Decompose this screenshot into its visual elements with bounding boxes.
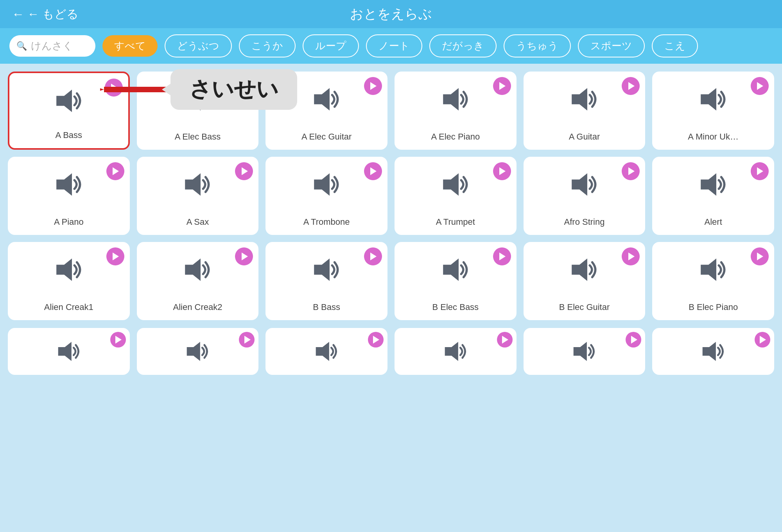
play-button-a-sax[interactable] [235,162,253,180]
sound-card-a-piano[interactable]: A Piano [8,157,130,235]
speaker-icon [440,171,471,198]
filter-all[interactable]: すべて [102,35,158,57]
play-button-a-elec-piano[interactable] [493,77,511,95]
search-box[interactable]: 🔍 けんさく [9,35,95,57]
svg-marker-16 [314,258,330,281]
speaker-icon [53,256,84,283]
filter-bar: 🔍 けんさく すべて どうぶつ こうか ループ ノート だがっき うちゅう スポ… [0,28,782,64]
sound-label-a-trumpet: A Trumpet [436,217,475,227]
speaker-icon [184,340,211,363]
sound-label-a-sax: A Sax [187,217,209,227]
svg-marker-2 [56,90,72,112]
play-button-alert[interactable] [751,162,769,180]
play-button-partial-6[interactable] [755,332,770,348]
partial-card-4[interactable] [395,328,517,375]
sound-card-a-guitar[interactable]: A Guitar [524,72,646,150]
speaker-icon [53,87,84,115]
sound-card-a-elec-piano[interactable]: A Elec Piano [395,72,517,150]
back-button[interactable]: ← ← もどる [12,6,79,22]
sound-card-afro-string[interactable]: Afro String [524,157,646,235]
play-button-partial-5[interactable] [626,332,641,348]
svg-marker-25 [703,342,716,361]
svg-marker-20 [58,342,72,361]
speaker-icon [440,256,471,283]
svg-marker-7 [701,88,716,110]
play-button-partial-1[interactable] [110,332,126,348]
svg-marker-8 [56,173,72,195]
svg-marker-23 [445,342,458,361]
sound-label-b-elec-piano: B Elec Piano [689,302,738,312]
speaker-icon [55,340,83,363]
sound-card-b-elec-bass[interactable]: B Elec Bass [395,242,517,320]
sound-card-a-minor-uk[interactable]: A Minor Uk… [652,72,774,150]
partial-card-2[interactable] [137,328,259,375]
play-button-a-elec-guitar[interactable] [364,77,382,95]
speaker-icon [440,86,471,113]
play-button-partial-2[interactable] [239,332,255,348]
partial-card-1[interactable] [8,328,130,375]
svg-marker-19 [701,258,716,281]
back-label: ← もどる [27,6,79,22]
svg-marker-14 [56,258,72,281]
filter-effects[interactable]: こうか [239,34,296,57]
sound-label-alien-creak2: Alien Creak2 [173,302,222,312]
sound-card-a-trombone[interactable]: A Trombone [265,157,387,235]
play-button-a-trumpet[interactable] [493,162,511,180]
sound-card-alien-creak2[interactable]: Alien Creak2 [137,242,259,320]
speaker-icon [699,340,727,363]
filter-sports[interactable]: スポーツ [578,34,645,57]
sound-label-a-minor-uk: A Minor Uk… [688,132,739,142]
play-button-alien-creak2[interactable] [235,247,253,265]
partial-card-6[interactable] [652,328,774,375]
filter-space[interactable]: うちゅう [504,34,571,57]
play-button-afro-string[interactable] [622,162,640,180]
partial-card-5[interactable] [524,328,646,375]
play-button-b-bass[interactable] [364,247,382,265]
sound-card-alert[interactable]: Alert [652,157,774,235]
play-button-alien-creak1[interactable] [106,247,124,265]
svg-marker-15 [185,258,201,281]
sound-label-a-elec-piano: A Elec Piano [431,132,480,142]
play-button-partial-4[interactable] [497,332,513,348]
svg-marker-4 [314,88,330,110]
play-button-a-piano[interactable] [106,162,124,180]
partial-card-3[interactable] [265,328,387,375]
sound-card-a-sax[interactable]: A Sax [137,157,259,235]
sound-label-a-elec-bass: A Elec Bass [175,132,221,142]
svg-marker-17 [443,258,459,281]
speaker-icon [53,171,84,198]
sound-label-b-bass: B Bass [313,302,340,312]
svg-marker-13 [701,173,716,195]
play-button-a-trombone[interactable] [364,162,382,180]
sound-label-alien-creak1: Alien Creak1 [44,302,93,312]
play-button-b-elec-bass[interactable] [493,247,511,265]
svg-marker-22 [316,342,329,361]
svg-marker-6 [572,88,588,110]
sound-card-b-bass[interactable]: B Bass [265,242,387,320]
speaker-icon [442,340,469,363]
filter-voice[interactable]: こえ [652,34,698,57]
sound-label-afro-string: Afro String [564,217,605,227]
speaker-icon [569,171,600,198]
sound-label-b-elec-guitar: B Elec Guitar [559,302,610,312]
filter-note[interactable]: ノート [366,34,422,57]
search-placeholder: けんさく [31,39,73,53]
play-button-b-elec-guitar[interactable] [622,247,640,265]
sound-label-a-elec-guitar: A Elec Guitar [301,132,352,142]
play-button-a-guitar[interactable] [622,77,640,95]
filter-percussion[interactable]: だがっき [429,34,497,57]
sound-card-b-elec-piano[interactable]: B Elec Piano [652,242,774,320]
play-button-b-elec-piano[interactable] [751,247,769,265]
speaker-icon [311,171,342,198]
sound-card-a-trumpet[interactable]: A Trumpet [395,157,517,235]
filter-loop[interactable]: ループ [303,34,359,57]
filter-animals[interactable]: どうぶつ [165,34,232,57]
play-button-a-minor-uk[interactable] [751,77,769,95]
speaker-icon [698,256,729,283]
speaker-icon [570,340,598,363]
play-button-partial-3[interactable] [368,332,384,348]
sound-card-b-elec-guitar[interactable]: B Elec Guitar [524,242,646,320]
sound-card-alien-creak1[interactable]: Alien Creak1 [8,242,130,320]
sound-label-a-bass: A Bass [56,130,82,140]
speaker-icon [311,86,342,113]
